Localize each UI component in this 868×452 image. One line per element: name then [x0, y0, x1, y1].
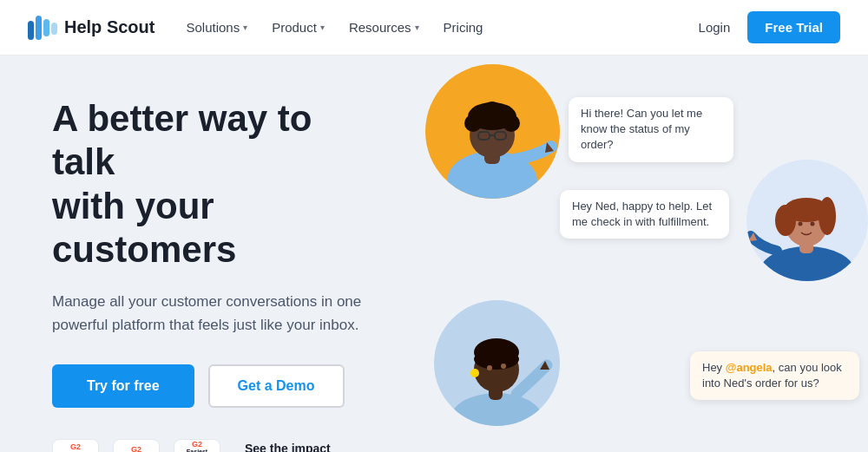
login-link[interactable]: Login	[699, 20, 731, 35]
hero-section: A better way to talk with your customers…	[0, 56, 868, 452]
badges-row: G2 BestUsability WINTER 2023 G2 Leader W…	[52, 439, 375, 452]
nav-links: Solutions ▾ Product ▾ Resources ▾ Pricin…	[186, 20, 698, 35]
svg-rect-0	[28, 21, 34, 40]
logo-text: Help Scout	[64, 17, 155, 37]
nav-resources[interactable]: Resources ▾	[349, 20, 419, 35]
chevron-down-icon: ▾	[415, 23, 419, 32]
svg-point-12	[482, 102, 503, 122]
svg-point-20	[775, 205, 796, 236]
chevron-down-icon: ▾	[320, 23, 325, 32]
hero-left: A better way to talk with your customers…	[0, 56, 417, 452]
logo[interactable]: Help Scout	[28, 16, 155, 40]
free-trial-button[interactable]: Free Trial	[747, 11, 840, 43]
svg-point-23	[811, 222, 815, 226]
navigation: Help Scout Solutions ▾ Product ▾ Resourc…	[0, 0, 868, 56]
get-demo-button[interactable]: Get a Demo	[208, 364, 345, 408]
chevron-down-icon: ▾	[243, 23, 247, 32]
badge-easiest-setup: G2 EasiestSetup Mid-MarketWINTER 2023	[174, 439, 220, 452]
hero-heading: A better way to talk with your customers	[52, 97, 375, 272]
svg-rect-2	[43, 19, 49, 36]
nav-solutions[interactable]: Solutions ▾	[186, 20, 247, 35]
impact-title: See the impact	[245, 442, 375, 452]
svg-point-31	[501, 364, 506, 369]
illustration-person-right	[746, 160, 868, 281]
hero-subtext: Manage all your customer conversations i…	[52, 290, 365, 337]
try-free-button[interactable]: Try for free	[52, 364, 194, 408]
badge-best-usability: G2 BestUsability WINTER 2023	[52, 439, 99, 452]
nav-product[interactable]: Product ▾	[272, 20, 325, 35]
svg-point-29	[474, 349, 519, 370]
impact-block: See the impact View customer stories ›	[245, 442, 375, 452]
badge-leader: G2 Leader WINTER 2023	[113, 439, 160, 452]
logo-icon	[28, 16, 57, 40]
svg-point-27	[470, 369, 479, 377]
nav-right: Login Free Trial	[699, 11, 840, 43]
illustration-person-bottom	[434, 300, 560, 426]
svg-point-21	[819, 197, 836, 235]
chat-bubble-2: Hey Ned, happy to help. Let me check in …	[560, 190, 729, 239]
hero-buttons: Try for free Get a Demo	[52, 364, 375, 408]
svg-point-22	[799, 222, 803, 226]
chat-bubble-1: Hi there! Can you let me know the status…	[569, 97, 733, 162]
chat-bubble-3: Hey @angela, can you look into Ned's ord…	[690, 351, 859, 400]
svg-rect-1	[36, 16, 42, 40]
nav-pricing[interactable]: Pricing	[444, 20, 483, 35]
illustration-person-top	[425, 64, 560, 199]
svg-rect-3	[51, 23, 57, 35]
hero-right: Hi there! Can you let me know the status…	[417, 56, 868, 452]
svg-point-30	[487, 365, 492, 370]
